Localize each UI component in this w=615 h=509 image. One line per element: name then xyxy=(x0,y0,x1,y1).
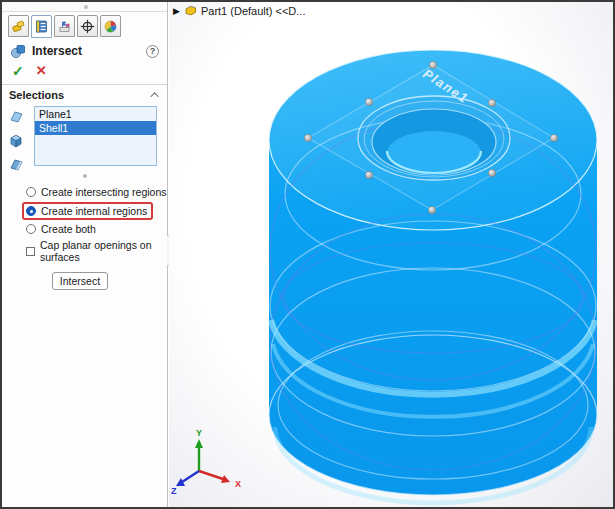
selections-group-header[interactable]: Selections xyxy=(2,85,167,104)
part-icon xyxy=(184,4,197,17)
y-axis-label: Y xyxy=(196,428,202,438)
z-axis-label: Z xyxy=(171,486,177,496)
intersect-options: Create intersecting regions Create inter… xyxy=(26,186,167,263)
checkbox-cap-planar-openings[interactable]: Cap planar openings on surfaces xyxy=(26,239,167,263)
pm-actions: ✓ ✕ xyxy=(2,62,167,85)
reference-triad: Y X Z xyxy=(171,428,241,496)
radio-create-both[interactable]: Create both xyxy=(26,223,167,235)
plane-icon xyxy=(8,110,24,123)
display-manager-icon xyxy=(103,19,118,34)
model-canvas[interactable]: Plane1 Y X Z xyxy=(169,2,615,507)
property-manager-panel: Intersect ? ✓ ✕ Selections xyxy=(2,2,168,507)
tab-property-manager[interactable] xyxy=(31,15,52,38)
solid-body-icon xyxy=(8,133,24,148)
radio-icon[interactable] xyxy=(26,187,36,197)
splitter-grip-icon xyxy=(84,5,88,9)
tab-feature-manager[interactable] xyxy=(8,15,29,37)
pm-title: Intersect xyxy=(32,44,140,58)
x-axis-label: X xyxy=(235,479,241,489)
radio-icon[interactable] xyxy=(26,224,36,234)
tab-display-manager[interactable] xyxy=(100,15,121,37)
solidworks-window: Intersect ? ✓ ✕ Selections xyxy=(0,0,615,509)
graphics-viewport[interactable]: ▶ Part1 (Default) <<D... xyxy=(169,2,615,507)
radio-label: Create internal regions xyxy=(41,205,147,217)
selection-item-shell1[interactable]: Shell1 xyxy=(35,121,156,135)
radio-label: Create intersecting regions xyxy=(41,186,166,198)
selection-filter-icons xyxy=(8,106,34,171)
radio-create-intersecting-regions[interactable]: Create intersecting regions xyxy=(26,186,167,198)
dimxpert-manager-icon xyxy=(80,19,95,34)
surface-body-icon xyxy=(8,158,24,171)
selections-header-label: Selections xyxy=(9,89,153,101)
intersect-button[interactable]: Intersect xyxy=(52,272,108,290)
panel-top-splitter[interactable] xyxy=(2,2,167,12)
selection-listbox[interactable]: Plane1 Shell1 xyxy=(34,106,157,166)
radio-label: Create both xyxy=(41,223,96,235)
selection-item-plane1[interactable]: Plane1 xyxy=(35,107,156,121)
tree-expand-arrow[interactable]: ▶ xyxy=(173,5,180,17)
flyout-feature-tree: ▶ Part1 (Default) <<D... xyxy=(173,4,305,17)
selections-group: Plane1 Shell1 xyxy=(2,104,167,171)
checkbox-icon[interactable] xyxy=(26,247,35,256)
annotation-highlight-box: Create internal regions xyxy=(22,202,153,220)
ok-button[interactable]: ✓ xyxy=(12,64,24,78)
radio-checked-icon[interactable] xyxy=(26,206,36,216)
tab-dimxpert-manager[interactable] xyxy=(77,15,98,37)
help-icon[interactable]: ? xyxy=(146,45,159,58)
y-axis-arrow xyxy=(195,439,203,448)
manager-tab-bar xyxy=(2,12,167,38)
pm-title-row: Intersect ? xyxy=(2,38,167,62)
checkbox-label: Cap planar openings on surfaces xyxy=(40,239,167,263)
tab-configuration-manager[interactable] xyxy=(54,15,75,37)
configuration-manager-icon xyxy=(57,19,72,34)
radio-create-internal-regions[interactable]: Create internal regions xyxy=(26,205,147,217)
cancel-button[interactable]: ✕ xyxy=(36,64,47,78)
intersect-feature-icon xyxy=(10,43,26,59)
tree-root-label[interactable]: Part1 (Default) <<D... xyxy=(201,5,306,17)
property-manager-icon xyxy=(34,19,49,34)
listbox-resize-grip[interactable] xyxy=(83,174,87,178)
feature-manager-icon xyxy=(11,19,26,34)
